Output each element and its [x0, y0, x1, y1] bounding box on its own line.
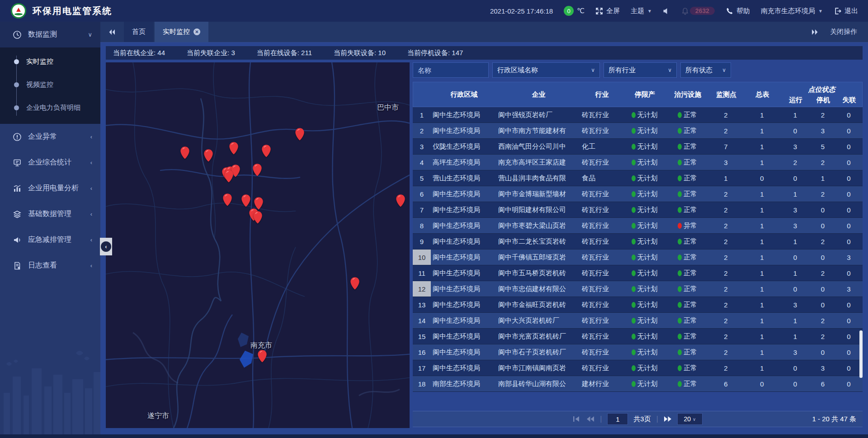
map-pin[interactable]	[224, 170, 234, 183]
sidebar-subitem-realtime-monitor[interactable]: 实时监控	[0, 50, 100, 73]
cell-pollution-facility: 正常	[666, 344, 709, 360]
sidebar-item-log-view[interactable]: 日志查看‹	[0, 253, 100, 278]
map-pin[interactable]	[180, 146, 190, 160]
sidebar-subitem-video-monitor[interactable]: 视频监控	[0, 73, 100, 96]
cell-total-meter: 1	[743, 139, 781, 154]
page-size-select[interactable]: 20 ∨	[677, 413, 703, 425]
column-subheader: 失联	[837, 95, 862, 107]
tabs-scroll-left-button[interactable]	[100, 22, 124, 42]
cell-industry: 砖瓦行业	[580, 123, 623, 138]
table-row[interactable]: 11阆中生态环境局阆中市五马桥页岩机砖砖瓦行业无计划正常21120	[413, 265, 863, 281]
map-pin[interactable]	[396, 194, 406, 207]
chevron-down-icon: ∨	[722, 67, 726, 73]
sidebar-item-label: 数据监测	[28, 30, 81, 39]
last-page-button[interactable]	[664, 416, 671, 422]
sidebar-item-emergency-reduction[interactable]: 应急减排管理‹	[0, 227, 100, 253]
bell-icon	[681, 7, 689, 15]
map-pin[interactable]	[241, 194, 251, 207]
status-filter-select[interactable]: 所有状态 ∨	[680, 62, 731, 78]
cell-stopped: 6	[809, 376, 836, 391]
table-row[interactable]: 17阆中生态环境局阆中市江南镇阆南页岩砖瓦行业无计划正常21030	[413, 360, 863, 376]
cell-disconnected: 0	[836, 234, 861, 249]
sidebar-subitem-label: 实时监控	[26, 57, 53, 66]
map-canvas[interactable]: 巴中市南充市遂宁市 ‹	[106, 62, 410, 428]
tab-home[interactable]: 首页	[124, 22, 154, 42]
table-row[interactable]: 3仪陇生态环境局西南油气田分公司川中化工无计划正常71350	[413, 139, 863, 155]
cell-monitor-points: 2	[709, 250, 743, 265]
cell-company: 阆中市枣碧大梁山页岩	[496, 218, 580, 233]
cell-company: 南部县砖华山湖有限公	[496, 376, 580, 391]
previous-page-button[interactable]	[586, 416, 594, 422]
sidebar-item-base-data[interactable]: 基础数据管理‹	[0, 201, 100, 227]
temperature-widget: 0 ℃	[564, 6, 585, 16]
select-value: 所有行业	[609, 66, 636, 75]
table-row[interactable]: 7阆中生态环境局阆中明阳建材有限公司砖瓦行业无计划正常21300	[413, 202, 863, 218]
cell-pollution-facility: 正常	[666, 297, 709, 312]
cell-monitor-points: 2	[709, 123, 743, 138]
sidebar-subitem-label: 视频监控	[26, 80, 53, 89]
vertical-scrollbar-thumb[interactable]	[859, 330, 863, 378]
industry-filter-select[interactable]: 所有行业 ∨	[604, 62, 677, 78]
map-city-label: 巴中市	[377, 103, 399, 113]
cell-stopped: 2	[809, 155, 836, 170]
map-pin[interactable]	[229, 141, 239, 155]
close-operations-button[interactable]: 关闭操作	[830, 28, 857, 36]
map-pin[interactable]	[261, 144, 271, 158]
sound-toggle-button[interactable]	[663, 7, 670, 15]
table-row[interactable]: 16阆中生态环境局阆中市石子页岩机砖厂砖瓦行业无计划正常21300	[413, 344, 863, 360]
table-row[interactable]: 10阆中生态环境局阆中千佛镇五郎垭页岩砖瓦行业无计划正常21003	[413, 250, 863, 265]
double-chevron-left-icon	[108, 29, 116, 35]
status-dot-icon	[678, 381, 682, 387]
table-row[interactable]: 15阆中生态环境局阆中市光富页岩机砖厂砖瓦行业无计划正常21120	[413, 329, 863, 344]
cell-total-meter: 1	[743, 360, 781, 376]
cell-region: 营山生态环境局	[431, 170, 496, 186]
page-number-input[interactable]	[607, 413, 628, 425]
table-row[interactable]: 14阆中生态环境局阆中大兴页岩机砖厂砖瓦行业无计划正常21120	[413, 313, 863, 329]
cell-pollution-facility: 异常	[666, 218, 709, 233]
table-row[interactable]: 18南部生态环境局南部县砖华山湖有限公建材行业无计划正常60060	[413, 376, 863, 392]
tab-realtime-monitor[interactable]: 实时监控 ✕	[155, 22, 208, 42]
table-row[interactable]: 5营山生态环境局营山县润丰肉食品有限食品无计划正常10010	[413, 170, 863, 186]
column-header: 企业	[497, 82, 580, 107]
table-row[interactable]: 2阆中生态环境局阆中市南方节能建材有砖瓦行业无计划正常21030	[413, 123, 863, 139]
help-button[interactable]: 帮助	[726, 7, 750, 15]
name-filter-input[interactable]	[413, 62, 489, 78]
sidebar-item-enterprise-abnormal[interactable]: 企业异常‹	[0, 124, 100, 150]
map-pin[interactable]	[350, 277, 360, 290]
table-row[interactable]: 1阆中生态环境局阆中强锐页岩砖厂砖瓦行业无计划正常21120	[413, 107, 863, 123]
sidebar-item-power-analysis[interactable]: 企业用电量分析‹	[0, 175, 100, 201]
sidebar-item-data-monitor[interactable]: 数据监测∨	[0, 22, 100, 47]
org-user-menu[interactable]: 南充市生态环境局 ▼	[761, 7, 823, 15]
row-index: 8	[413, 218, 431, 233]
next-page-button[interactable]	[664, 416, 672, 422]
map-pin[interactable]	[203, 149, 213, 162]
map-pin[interactable]	[257, 349, 267, 363]
map-pin[interactable]	[252, 163, 262, 177]
fullscreen-button[interactable]: 全屏	[595, 7, 620, 15]
first-page-button[interactable]	[573, 416, 581, 422]
cell-monitor-points: 2	[709, 329, 743, 344]
theme-menu[interactable]: 主题 ▼	[631, 7, 652, 15]
map-pin[interactable]	[222, 193, 232, 207]
status-dot-icon	[678, 191, 682, 197]
table-row[interactable]: 13阆中生态环境局阆中市金福旺页岩机砖砖瓦行业无计划正常21300	[413, 297, 863, 313]
region-filter-select[interactable]: 行政区域名称 ∨	[492, 62, 600, 78]
sidebar-item-enterprise-stats[interactable]: 企业综合统计‹	[0, 150, 100, 175]
table-row[interactable]: 12阆中生态环境局阆中市忠信建材有限公砖瓦行业无计划正常21003	[413, 281, 863, 297]
map-panel-collapse-button[interactable]: ‹	[100, 238, 112, 255]
stat-label: 当前停机设备:	[407, 49, 450, 57]
column-header: 停限产	[623, 82, 666, 107]
table-row[interactable]: 8阆中生态环境局阆中市枣碧大梁山页岩砖瓦行业无计划异常21300	[413, 218, 863, 234]
table-row[interactable]: 6阆中生态环境局阆中市金博瑞新型墙材砖瓦行业无计划正常21120	[413, 186, 863, 202]
logout-button[interactable]: 退出	[834, 7, 858, 15]
map-pin[interactable]	[295, 127, 305, 141]
map-pin[interactable]	[253, 211, 263, 224]
table-row[interactable]: 9阆中生态环境局阆中市二龙长宝页岩砖砖瓦行业无计划正常21120	[413, 234, 863, 250]
table-row[interactable]: 4高坪生态环境局南充市高坪区王家店建砖瓦行业无计划正常31220	[413, 155, 863, 170]
stat-item: 当前在线设备: 211	[257, 49, 312, 57]
close-tab-icon[interactable]: ✕	[193, 28, 200, 35]
app-window: 环保用电监管系统 2021-02-25 17:46:18 0 ℃ 全屏	[0, 0, 868, 434]
notifications-button[interactable]: 2632	[681, 7, 715, 15]
sidebar-subitem-power-load-detail[interactable]: 企业电力负荷明细	[0, 96, 100, 119]
double-chevron-right-icon[interactable]	[811, 29, 818, 35]
